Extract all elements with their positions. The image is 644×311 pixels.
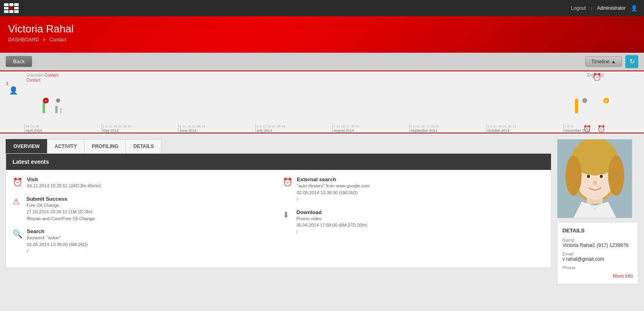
warning-icon: ⚠ — [13, 197, 22, 206]
bar-yellow — [575, 99, 578, 113]
detail-phone-row: Phone — [562, 265, 633, 270]
bar-gray — [55, 106, 58, 113]
svg-point-11 — [593, 180, 597, 185]
search-icon: 🔍 — [13, 229, 23, 239]
nav-divider: | — [591, 5, 592, 11]
app-logo — [4, 3, 19, 13]
ruler-august: 61116212631 August 2014 — [332, 124, 409, 133]
logout-button[interactable]: Logout — [571, 5, 586, 11]
download-icon: ⬇ — [283, 210, 292, 220]
ruler-april: 162126 April 2014 — [24, 124, 102, 133]
back-button[interactable]: Back — [6, 56, 32, 67]
svg-point-6 — [608, 156, 625, 196]
svg-point-8 — [587, 175, 590, 178]
svg-point-10 — [600, 175, 603, 178]
event-visit: ⏰ Visit 04.11.2014 10:26:51 (24D:3hr:45m… — [13, 176, 274, 189]
admin-label: Administrator — [597, 5, 626, 11]
more-info-link[interactable]: More info — [562, 273, 633, 279]
timeline-button[interactable]: Timeline ▲ — [585, 56, 622, 67]
contact-photo-svg — [558, 139, 632, 218]
ruler-october: 161116212631 October 2014 — [486, 124, 563, 133]
event-download-text: Download Promo video 30.04.2014 17:58:00… — [296, 209, 367, 236]
timeline-ruler: 162126 April 2014 161116212631 May 2014 … — [24, 124, 640, 133]
tab-profiling[interactable]: PROFILING — [84, 139, 126, 153]
ruler-july: 161116212631 July 2014 — [255, 124, 333, 133]
events-body: ⏰ Visit 04.11.2014 10:26:51 (24D:3hr:45m… — [6, 170, 551, 268]
page-title: Victoria Rahal — [8, 23, 636, 35]
timeline-count: 3 — [6, 81, 8, 86]
contact-photo — [557, 139, 632, 218]
dot-red: 6 — [43, 98, 49, 103]
dot-orange: 8 — [603, 98, 609, 103]
events-right-col: ⏰ External search "auto dealers" from ww… — [283, 176, 545, 261]
breadcrumb-sep: > — [43, 37, 45, 43]
ruler-may: 161116212631 May 2014 — [102, 124, 179, 133]
timeline-clock-icon-top: ⏰ — [592, 73, 601, 82]
timeline-area: Unknown Contact Contact Engaged 3 👤 6 8 … — [0, 71, 644, 133]
bar-green — [43, 102, 45, 113]
right-panel: DETAILS Name Victoria Rahal1 (917) 12398… — [557, 139, 638, 284]
person-icon: 👤 — [9, 86, 18, 95]
detail-name-row: Name Victoria Rahal1 (917) 1239876 — [562, 238, 633, 248]
details-title: DETAILS — [562, 227, 633, 234]
left-panel: OVERVIEW ACTIVITY PROFILING DETAILS Late… — [6, 139, 551, 284]
timeline-bars: 6 8 — [24, 93, 640, 113]
breadcrumb: DASHBOARD > Contact — [8, 37, 636, 43]
timeline-unknown-label: Unknown Contact — [26, 73, 58, 77]
tab-details[interactable]: DETAILS — [126, 139, 161, 153]
event-external-text: External search "auto dealers" from www.… — [297, 176, 370, 203]
event-visit-text: Visit 04.11.2014 10:26:51 (24D:3hr:45min… — [27, 176, 101, 189]
toolbar: Back Timeline ▲ ↻ — [0, 53, 644, 71]
tab-activity[interactable]: ACTIVITY — [47, 139, 84, 153]
detail-email-row: Email v rahal@gmail.com — [562, 251, 633, 262]
top-nav: Logout | Administrator 👤 — [0, 0, 644, 16]
external-search-icon: ⏰ — [283, 177, 293, 187]
dot-gray-right — [582, 98, 587, 103]
event-submit-text: Submit Success Free Oil Change 27.10.201… — [26, 196, 95, 222]
event-submit: ⚠ Submit Success Free Oil Change 27.10.2… — [13, 196, 274, 222]
timeline-contact-label: Contact — [26, 78, 40, 82]
details-card: DETAILS Name Victoria Rahal1 (917) 12398… — [557, 222, 638, 284]
events-left-col: ⏰ Visit 04.11.2014 10:26:51 (24D:3hr:45m… — [13, 176, 274, 261]
svg-point-5 — [566, 156, 582, 196]
event-external-search: ⏰ External search "auto dealers" from ww… — [283, 176, 545, 203]
event-search-text: Search Keyword: "aston" 02.05.2014 13:39… — [27, 228, 88, 255]
user-icon: 👤 — [631, 5, 638, 11]
toolbar-right: Timeline ▲ ↻ — [585, 55, 638, 68]
event-download: ⬇ Download Promo video 30.04.2014 17:58:… — [283, 209, 545, 236]
tab-overview[interactable]: OVERVIEW — [6, 139, 47, 153]
ruler-november: 1611 November 2014 — [563, 124, 640, 133]
main-content: OVERVIEW ACTIVITY PROFILING DETAILS Late… — [0, 133, 644, 290]
event-search: 🔍 Search Keyword: "aston" 02.05.2014 13:… — [13, 228, 274, 255]
timeline-top-line — [0, 71, 644, 71]
ruler-september: 161116212631 September 2014 — [409, 124, 486, 133]
dot-gray-small — [56, 99, 60, 103]
events-section: Latest events ⏰ Visit 04.11.2014 10:26:5… — [6, 153, 551, 268]
events-header: Latest events — [6, 154, 551, 170]
breadcrumb-home[interactable]: DASHBOARD — [8, 37, 39, 43]
header-banner: Victoria Rahal DASHBOARD > Contact — [0, 16, 644, 53]
visit-icon: ⏰ — [13, 177, 23, 187]
ruler-june: 61116212631 June 2014 — [178, 124, 255, 133]
breadcrumb-current: Contact — [50, 37, 66, 43]
refresh-button[interactable]: ↻ — [625, 55, 638, 68]
events-grid: ⏰ Visit 04.11.2014 10:26:51 (24D:3hr:45m… — [13, 176, 545, 261]
tabs-container: OVERVIEW ACTIVITY PROFILING DETAILS — [6, 139, 551, 153]
bar-gray2 — [60, 108, 62, 113]
